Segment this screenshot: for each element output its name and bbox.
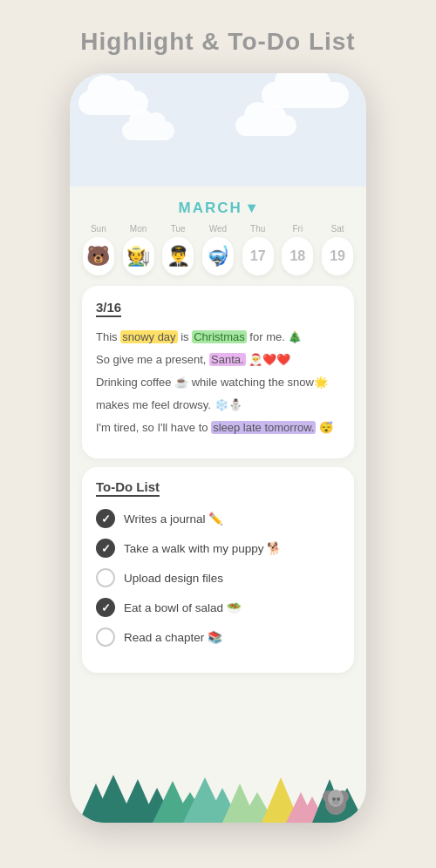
cal-cell-sun[interactable]: 🐻 <box>83 237 114 275</box>
journal-line-5: I'm tired, so I'll have to sleep late to… <box>96 418 340 437</box>
cal-day-tue: Tue 👨‍✈️ <box>160 224 195 275</box>
cal-cell-tue[interactable]: 👨‍✈️ <box>162 237 194 275</box>
todo-item-3[interactable]: Upload design files <box>96 568 340 587</box>
todo-label-1: Writes a journal ✏️ <box>124 512 223 526</box>
journal-line-3: Drinking coffee ☕ while watching the sno… <box>96 373 340 392</box>
cal-num-thu: 17 <box>250 237 266 275</box>
todo-card: To-Do List Writes a journal ✏️ Take a wa… <box>82 467 354 673</box>
cal-num-sat: 19 <box>330 237 345 275</box>
cal-emoji-mon: 🧑‍🌾 <box>126 245 150 268</box>
todo-label-2: Take a walk with my puppy 🐕 <box>124 541 282 555</box>
todo-check-filled-1[interactable] <box>96 509 115 528</box>
cal-cell-fri[interactable]: 18 <box>282 237 313 275</box>
cal-day-name-mon: Mon <box>130 224 146 234</box>
journal-date: 3/16 <box>96 300 121 317</box>
cal-day-name-sat: Sat <box>331 224 344 234</box>
cal-day-wed: Wed 🤿 <box>201 224 235 275</box>
cal-day-sun: Sun 🐻 <box>81 224 116 275</box>
cal-cell-wed[interactable]: 🤿 <box>202 237 234 275</box>
cal-day-name-tue: Tue <box>171 224 186 234</box>
svg-point-19 <box>332 797 336 801</box>
cal-emoji-wed: 🤿 <box>206 245 229 268</box>
cal-day-name-fri: Fri <box>293 224 303 234</box>
cal-day-mon: Mon 🧑‍🌾 <box>121 224 156 275</box>
phone-frame: MARCH ▾ Sun 🐻 Mon 🧑‍🌾 Tue 👨‍✈️ <box>70 73 366 823</box>
forest-svg <box>70 744 366 823</box>
svg-point-21 <box>332 801 339 805</box>
cal-day-name-thu: Thu <box>250 224 265 234</box>
page-title: Highlight & To-Do List <box>80 28 355 56</box>
month-label: MARCH <box>178 200 242 216</box>
journal-card: 3/16 This snowy day is Christmas for me.… <box>82 286 354 458</box>
cloud-2 <box>262 82 349 108</box>
forest-bottom <box>70 744 366 823</box>
todo-label-4: Eat a bowl of salad 🥗 <box>124 600 242 614</box>
journal-line-4: makes me feel drowsy. ❄️⛄ <box>96 396 340 415</box>
todo-check-empty-3[interactable] <box>96 568 115 587</box>
phone-scroll-content[interactable]: MARCH ▾ Sun 🐻 Mon 🧑‍🌾 Tue 👨‍✈️ <box>70 186 366 744</box>
todo-item-1[interactable]: Writes a journal ✏️ <box>96 509 340 528</box>
cal-cell-thu[interactable]: 17 <box>242 237 274 275</box>
cal-cell-sat[interactable]: 19 <box>322 237 353 275</box>
todo-check-filled-4[interactable] <box>96 598 115 617</box>
highlight-christmas: Christmas <box>192 330 247 343</box>
cloud-3 <box>122 121 174 140</box>
cloud-4 <box>235 115 296 136</box>
cal-num-fri: 18 <box>290 237 305 275</box>
highlight-sleep: sleep late tomorrow. <box>211 421 316 434</box>
journal-line-1: This snowy day is Christmas for me. 🎄 <box>96 328 340 347</box>
cal-day-sat: Sat 19 <box>320 224 355 275</box>
highlight-snowy: snowy day <box>120 330 177 343</box>
phone-sky <box>70 73 366 186</box>
cal-day-name-wed: Wed <box>209 224 227 234</box>
svg-point-20 <box>337 797 340 801</box>
todo-check-empty-5[interactable] <box>96 627 115 647</box>
cal-emoji-sun: 🐻 <box>86 245 110 268</box>
todo-item-2[interactable]: Take a walk with my puppy 🐕 <box>96 539 340 558</box>
todo-label-3: Upload design files <box>124 572 223 585</box>
calendar-row: Sun 🐻 Mon 🧑‍🌾 Tue 👨‍✈️ Wed <box>70 222 366 277</box>
highlight-santa: Santa. <box>209 353 246 366</box>
todo-item-4[interactable]: Eat a bowl of salad 🥗 <box>96 598 340 617</box>
month-header: MARCH ▾ <box>70 186 366 222</box>
month-arrow: ▾ <box>242 200 258 216</box>
cal-day-name-sun: Sun <box>91 224 106 234</box>
todo-label-5: Read a chapter 📚 <box>124 630 222 644</box>
todo-title: To-Do List <box>96 479 160 497</box>
todo-check-filled-2[interactable] <box>96 539 115 558</box>
cal-day-fri: Fri 18 <box>280 224 315 275</box>
cal-day-thu: Thu 17 <box>241 224 276 275</box>
todo-item-5[interactable]: Read a chapter 📚 <box>96 627 340 647</box>
journal-line-2: So give me a present, Santa. 🎅❤️❤️ <box>96 350 340 370</box>
cal-cell-mon[interactable]: 🧑‍🌾 <box>123 237 154 275</box>
cal-emoji-tue: 👨‍✈️ <box>167 245 190 268</box>
